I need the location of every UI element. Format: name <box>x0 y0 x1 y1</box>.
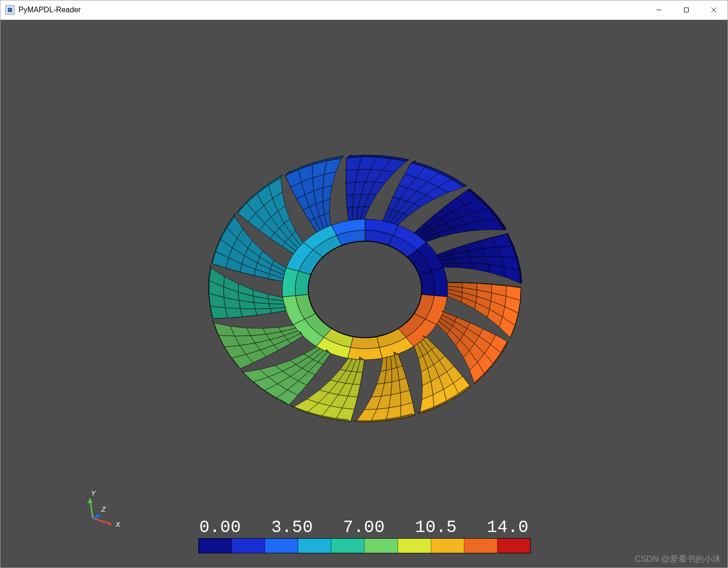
svg-marker-229 <box>210 306 228 319</box>
svg-marker-276 <box>214 323 235 336</box>
axis-y-label: Y <box>91 489 96 497</box>
axis-z-label: Z <box>101 505 106 513</box>
svg-marker-372 <box>97 514 100 518</box>
legend-tick: 7.00 <box>343 518 385 537</box>
svg-marker-37 <box>347 207 353 221</box>
svg-marker-332 <box>391 380 400 395</box>
close-button[interactable] <box>700 0 728 19</box>
legend-segment <box>298 539 331 553</box>
window-title: PyMAPDL-Reader <box>18 6 645 14</box>
axis-x-label: X <box>115 520 121 528</box>
legend-tick: 0.00 <box>199 518 241 537</box>
svg-marker-88 <box>323 199 330 214</box>
svg-marker-150 <box>442 263 459 268</box>
svg-rect-1 <box>8 8 12 12</box>
svg-marker-21 <box>348 347 382 360</box>
application-window: PyMAPDL-Reader X <box>0 0 728 568</box>
legend-segment <box>431 539 464 553</box>
axis-y: Y <box>87 489 96 518</box>
render-viewport[interactable]: X Y Z 0.003.507.0010.514.0 CSDN @爱看书的小沐 <box>0 20 728 568</box>
window-controls <box>645 0 728 19</box>
svg-marker-92 <box>323 186 332 201</box>
legend-segment <box>464 539 497 553</box>
legend-tick: 10.5 <box>415 518 457 537</box>
svg-marker-158 <box>473 263 490 273</box>
legend-segment <box>497 539 530 553</box>
legend-segment <box>364 539 398 553</box>
svg-marker-370 <box>87 498 93 503</box>
titlebar[interactable]: PyMAPDL-Reader <box>0 0 728 20</box>
mesh-render[interactable] <box>0 20 728 568</box>
svg-marker-225 <box>225 308 242 318</box>
legend-segment <box>232 539 265 553</box>
legend-tick: 14.0 <box>487 518 529 537</box>
svg-rect-3 <box>684 8 689 12</box>
app-icon <box>5 5 15 15</box>
svg-marker-221 <box>240 309 257 317</box>
legend-labels: 0.003.507.0010.514.0 <box>198 518 530 537</box>
legend-colorbar <box>198 538 531 553</box>
legend-segment <box>265 539 298 553</box>
svg-marker-325 <box>386 356 392 370</box>
legend-segment <box>398 539 431 553</box>
legend-segment <box>331 539 364 553</box>
axis-z: Z <box>93 505 106 518</box>
scalar-legend: 0.003.507.0010.514.0 <box>198 518 530 553</box>
svg-marker-20 <box>350 337 379 349</box>
svg-marker-154 <box>457 263 474 270</box>
svg-marker-217 <box>255 309 272 315</box>
svg-marker-326 <box>381 357 387 371</box>
legend-segment <box>199 539 232 553</box>
axis-x: X <box>93 518 121 528</box>
maximize-button[interactable] <box>673 0 700 19</box>
svg-point-366 <box>308 241 422 338</box>
minimize-button[interactable] <box>645 0 673 19</box>
legend-tick: 3.50 <box>271 518 313 537</box>
axis-triad[interactable]: X Y Z <box>67 492 119 546</box>
